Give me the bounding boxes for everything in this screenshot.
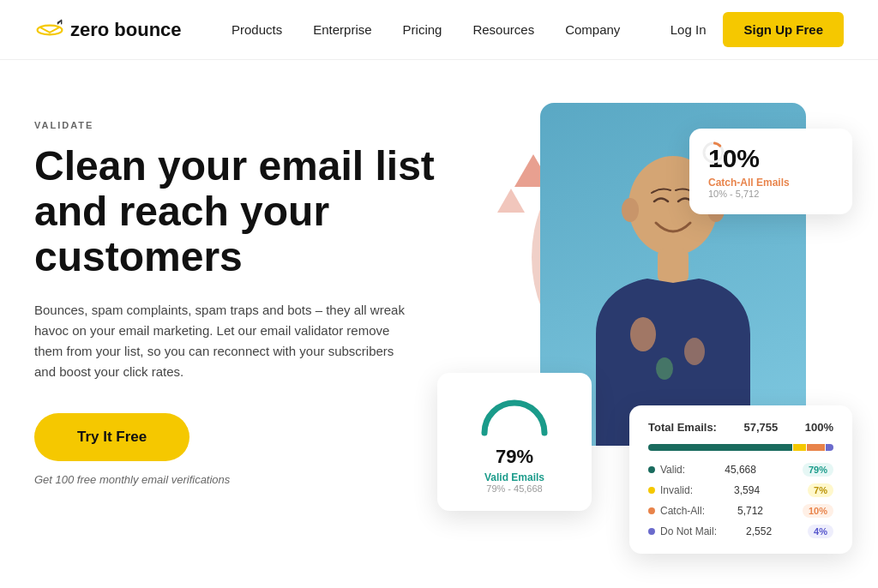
navbar: zero bounce Products Enterprise Pricing … <box>0 0 878 60</box>
dot-catchall <box>648 507 655 514</box>
login-button[interactable]: Log In <box>671 22 707 37</box>
svg-point-1 <box>622 198 639 222</box>
nav-pricing[interactable]: Pricing <box>403 22 442 37</box>
svg-point-6 <box>656 357 673 380</box>
valid-sub: 79% - 45,668 <box>458 483 571 494</box>
valid-percent: 79% <box>458 446 571 468</box>
logo[interactable]: zero bounce <box>34 18 182 42</box>
nav-resources[interactable]: Resources <box>472 22 534 37</box>
signup-button[interactable]: Sign Up Free <box>723 12 844 47</box>
stats-total-number: 57,755 <box>743 421 778 434</box>
valid-emails-card: 79% Valid Emails 79% - 45,668 <box>437 373 592 511</box>
svg-point-4 <box>630 317 656 351</box>
nav-links: Products Enterprise Pricing Resources Co… <box>232 22 620 37</box>
hero-visuals: 10% Catch-All Emails 10% - 5,712 79% Val… <box>446 103 844 588</box>
catch-all-card: 10% Catch-All Emails 10% - 5,712 <box>689 129 852 214</box>
stats-bar <box>648 444 833 451</box>
logo-icon <box>34 18 65 42</box>
nav-enterprise[interactable]: Enterprise <box>313 22 371 37</box>
bar-donotmail <box>826 444 833 451</box>
bar-catchall <box>807 444 825 451</box>
catch-all-sub: 10% - 5,712 <box>708 189 833 199</box>
dot-valid <box>648 466 655 473</box>
stats-total-percent: 100% <box>805 421 833 434</box>
svg-point-5 <box>684 338 705 365</box>
stats-card: Total Emails: 57,755 100% Valid: 45,668 … <box>629 405 852 554</box>
try-it-free-button[interactable]: Try It Free <box>34 413 189 461</box>
hero-cta-note: Get 100 free monthly email verifications <box>34 473 446 486</box>
catch-all-label: Catch-All Emails <box>708 177 833 189</box>
stats-row-invalid-label: Invalid: <box>648 484 693 496</box>
hero-section-label: VALIDATE <box>34 120 446 130</box>
stats-header: Total Emails: 57,755 100% <box>648 421 833 434</box>
valid-label: Valid Emails <box>458 471 571 483</box>
stats-row-valid-label: Valid: <box>648 464 685 476</box>
hero-section: VALIDATE Clean your email list and reach… <box>0 60 878 588</box>
valid-gauge <box>476 390 553 437</box>
catch-all-arc-icon <box>701 141 725 165</box>
logo-text: zero bounce <box>70 19 182 41</box>
stats-row-invalid: Invalid: 3,594 7% <box>648 483 833 497</box>
stats-title: Total Emails: <box>648 421 717 434</box>
dot-invalid <box>648 487 655 494</box>
stats-row-donotmail-label: Do Not Mail: <box>648 525 717 537</box>
nav-actions: Log In Sign Up Free <box>671 12 844 47</box>
valid-gauge-svg <box>476 390 553 437</box>
stats-row-catchall: Catch-All: 5,712 10% <box>648 504 833 518</box>
hero-title: Clean your email list and reach your cus… <box>34 144 446 279</box>
bar-valid <box>648 444 792 451</box>
hero-content: VALIDATE Clean your email list and reach… <box>34 103 446 486</box>
nav-company[interactable]: Company <box>565 22 620 37</box>
catch-all-percent: 10% <box>708 144 833 173</box>
stats-row-donotmail: Do Not Mail: 2,552 4% <box>648 525 833 538</box>
stats-row-catchall-label: Catch-All: <box>648 505 705 517</box>
stats-rows: Valid: 45,668 79% Invalid: 3,594 7% <box>648 463 833 538</box>
stats-row-valid: Valid: 45,668 79% <box>648 463 833 477</box>
svg-rect-3 <box>658 249 689 283</box>
nav-products[interactable]: Products <box>232 22 282 37</box>
dot-donotmail <box>648 528 655 535</box>
bar-invalid <box>793 444 806 451</box>
hero-description: Bounces, spam complaints, spam traps and… <box>34 300 412 382</box>
decorative-triangle-2 <box>497 189 525 213</box>
